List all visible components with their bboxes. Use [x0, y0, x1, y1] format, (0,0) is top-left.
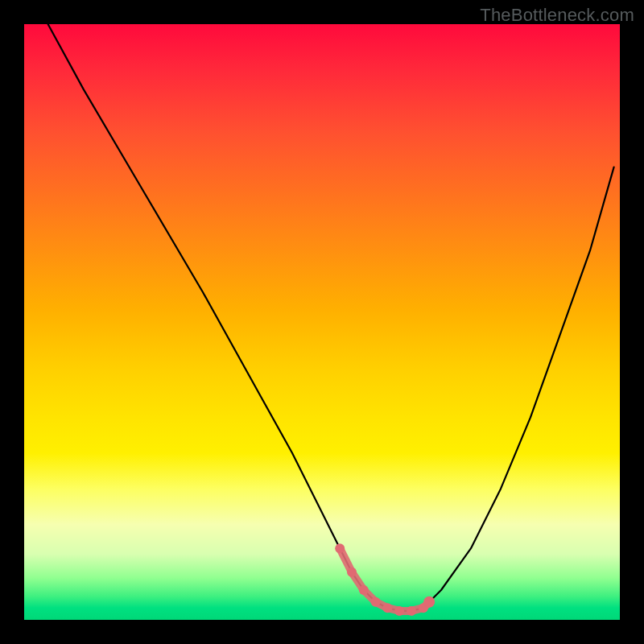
bottleneck-curve	[48, 24, 614, 611]
watermark-text: TheBottleneck.com	[480, 5, 634, 26]
svg-point-1	[347, 568, 357, 577]
optimal-range-dots	[335, 543, 435, 616]
svg-point-2	[359, 585, 369, 595]
svg-point-4	[382, 603, 392, 613]
svg-point-9	[423, 597, 435, 608]
plot-area	[24, 24, 620, 620]
curve-overlay	[24, 24, 620, 620]
svg-point-6	[407, 606, 416, 616]
svg-point-3	[371, 597, 381, 607]
svg-point-5	[394, 606, 404, 616]
svg-point-0	[335, 543, 345, 553]
